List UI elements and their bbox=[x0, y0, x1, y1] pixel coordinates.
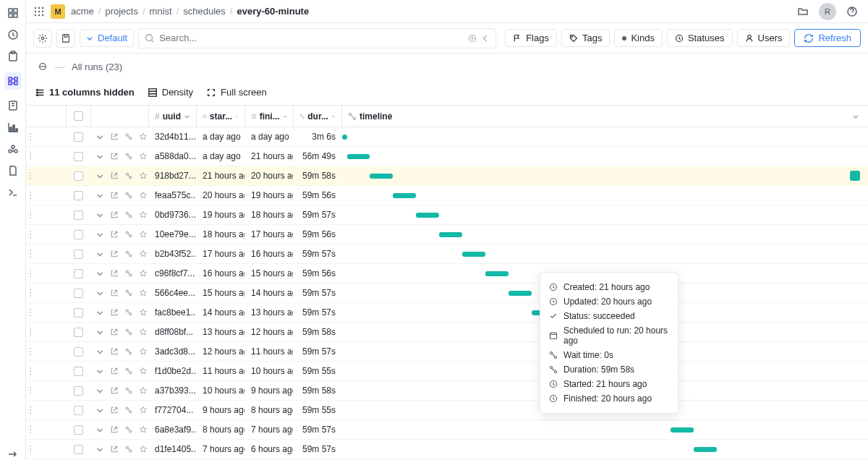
table-row[interactable]: 918bd27... 21 hours ag 20 hours ag 59m 5… bbox=[26, 166, 868, 186]
kinds-filter[interactable]: Kinds bbox=[614, 29, 663, 47]
drag-handle-icon[interactable] bbox=[29, 425, 35, 435]
link-icon[interactable] bbox=[124, 346, 133, 357]
row-checkbox[interactable] bbox=[74, 367, 83, 376]
link-icon[interactable] bbox=[124, 210, 133, 220]
table-row[interactable]: 6a8e3af9... 8 hours ago 7 hours ago 59m … bbox=[26, 420, 868, 440]
table-row[interactable]: 3adc3d8... 12 hours ag 11 hours ag 59m 5… bbox=[26, 342, 868, 362]
star-icon[interactable] bbox=[139, 405, 148, 415]
open-external-icon[interactable] bbox=[110, 268, 119, 278]
link-icon[interactable] bbox=[124, 327, 133, 337]
open-external-icon[interactable] bbox=[110, 425, 119, 435]
expand-icon[interactable] bbox=[95, 288, 104, 298]
expand-icon[interactable] bbox=[95, 386, 104, 396]
row-checkbox[interactable] bbox=[74, 269, 83, 278]
save-view-icon[interactable] bbox=[56, 29, 75, 48]
star-icon[interactable] bbox=[139, 444, 148, 454]
drag-handle-icon[interactable] bbox=[29, 210, 35, 220]
table-row[interactable]: 0bd9736... 19 hours ag 18 hours ag 59m 5… bbox=[26, 205, 868, 225]
statuses-filter[interactable]: Statuses bbox=[667, 29, 733, 47]
nav-book-icon[interactable] bbox=[7, 100, 19, 111]
drag-handle-icon[interactable] bbox=[29, 307, 35, 318]
table-row[interactable]: f1d0be2d... 11 hours ag 10 hours ag 59m … bbox=[26, 362, 868, 381]
link-icon[interactable] bbox=[124, 307, 133, 318]
drag-handle-icon[interactable] bbox=[29, 366, 35, 376]
star-icon[interactable] bbox=[139, 346, 148, 357]
row-checkbox[interactable] bbox=[74, 386, 83, 396]
link-icon[interactable] bbox=[124, 366, 133, 376]
link-icon[interactable] bbox=[124, 151, 133, 161]
expand-icon[interactable] bbox=[95, 444, 104, 454]
link-icon[interactable] bbox=[124, 171, 133, 181]
row-checkbox[interactable] bbox=[74, 152, 83, 161]
star-icon[interactable] bbox=[139, 425, 148, 435]
back-arrow-icon[interactable] bbox=[481, 34, 490, 43]
link-icon[interactable] bbox=[124, 132, 133, 142]
star-icon[interactable] bbox=[139, 171, 148, 181]
open-external-icon[interactable] bbox=[110, 249, 119, 259]
star-icon[interactable] bbox=[139, 307, 148, 318]
nav-clipboard-icon[interactable] bbox=[7, 51, 19, 62]
open-external-icon[interactable] bbox=[110, 327, 119, 337]
open-external-icon[interactable] bbox=[110, 366, 119, 376]
open-external-icon[interactable] bbox=[110, 229, 119, 239]
breadcrumb-mnist[interactable]: mnist bbox=[150, 6, 172, 17]
open-external-icon[interactable] bbox=[110, 307, 119, 318]
refresh-button[interactable]: Refresh bbox=[794, 29, 861, 47]
col-started[interactable]: star... bbox=[197, 106, 245, 127]
folder-icon[interactable] bbox=[794, 3, 812, 20]
drag-handle-icon[interactable] bbox=[29, 288, 35, 298]
row-checkbox[interactable] bbox=[74, 308, 83, 318]
expand-icon[interactable] bbox=[95, 425, 104, 435]
nav-runs-icon[interactable] bbox=[4, 72, 22, 90]
select-all-checkbox[interactable] bbox=[74, 111, 83, 121]
org-badge[interactable]: M bbox=[51, 4, 65, 19]
table-row[interactable]: 566c4ee... 15 hours ag 14 hours ag 59m 5… bbox=[26, 284, 868, 303]
help-icon[interactable] bbox=[843, 3, 861, 20]
star-icon[interactable] bbox=[139, 151, 148, 161]
link-icon[interactable] bbox=[124, 405, 133, 415]
breadcrumb-projects[interactable]: projects bbox=[105, 6, 138, 17]
breadcrumb-acme[interactable]: acme bbox=[71, 6, 94, 17]
expand-icon[interactable] bbox=[95, 249, 104, 259]
table-row[interactable]: 32d4b11... a day ago a day ago 3m 6s bbox=[26, 127, 868, 147]
star-icon[interactable] bbox=[139, 268, 148, 278]
table-row[interactable]: c96f8cf7... 16 hours ag 15 hours ag 59m … bbox=[26, 264, 868, 284]
expand-icon[interactable] bbox=[95, 346, 104, 357]
nav-home-icon[interactable] bbox=[7, 7, 19, 19]
open-external-icon[interactable] bbox=[110, 210, 119, 220]
row-checkbox[interactable] bbox=[74, 191, 83, 200]
settings-icon[interactable] bbox=[33, 29, 52, 48]
link-icon[interactable] bbox=[124, 249, 133, 259]
star-icon[interactable] bbox=[139, 366, 148, 376]
link-icon[interactable] bbox=[124, 268, 133, 278]
expand-icon[interactable] bbox=[95, 366, 104, 376]
col-uuid[interactable]: #uuid bbox=[149, 106, 197, 127]
expand-icon[interactable] bbox=[95, 405, 104, 415]
row-checkbox[interactable] bbox=[74, 328, 83, 337]
nav-collapse-icon[interactable] bbox=[7, 448, 19, 460]
row-checkbox[interactable] bbox=[74, 289, 83, 298]
drag-handle-icon[interactable] bbox=[29, 229, 35, 239]
star-icon[interactable] bbox=[139, 249, 148, 259]
drag-handle-icon[interactable] bbox=[29, 151, 35, 161]
drag-handle-icon[interactable] bbox=[29, 249, 35, 259]
row-checkbox[interactable] bbox=[74, 171, 83, 181]
table-row[interactable]: feaa575c... 20 hours ag 19 hours ag 59m … bbox=[26, 186, 868, 205]
row-checkbox[interactable] bbox=[74, 347, 83, 357]
star-icon[interactable] bbox=[139, 190, 148, 200]
open-external-icon[interactable] bbox=[110, 405, 119, 415]
user-avatar[interactable]: R bbox=[819, 3, 836, 20]
expand-icon[interactable] bbox=[95, 132, 104, 142]
drag-handle-icon[interactable] bbox=[29, 190, 35, 200]
row-checkbox[interactable] bbox=[74, 132, 83, 142]
link-icon[interactable] bbox=[124, 444, 133, 454]
nav-doc-icon[interactable] bbox=[7, 165, 19, 176]
link-icon[interactable] bbox=[124, 425, 133, 435]
table-row[interactable]: b2b43f52... 17 hours ag 16 hours ag 59m … bbox=[26, 244, 868, 264]
table-row[interactable]: fac8bee1... 14 hours ag 13 hours ag 59m … bbox=[26, 303, 868, 323]
drag-handle-icon[interactable] bbox=[29, 346, 35, 357]
drag-handle-icon[interactable] bbox=[29, 132, 35, 142]
star-icon[interactable] bbox=[139, 386, 148, 396]
app-menu-icon[interactable] bbox=[33, 6, 45, 17]
col-duration[interactable]: dur... bbox=[294, 106, 342, 127]
